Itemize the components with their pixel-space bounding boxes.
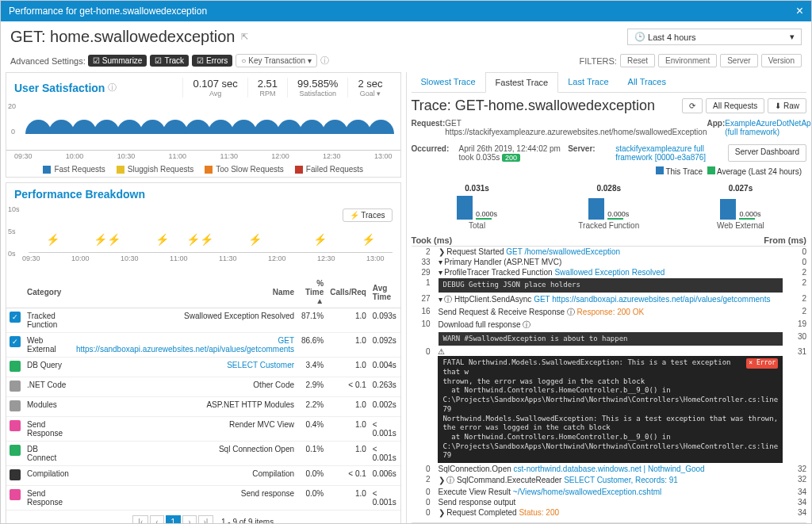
pager: |‹ ‹ 1 › ›| 1 - 9 of 9 items (6, 511, 400, 523)
mini-charts: 0.031s0.000sTotal0.028s0.000sTracked Fun… (412, 179, 807, 235)
all-requests-button[interactable]: All Requests (706, 98, 764, 113)
trace-tree: 2❯ Request Started GET /home/swallowedEx… (412, 247, 807, 518)
pager-next[interactable]: › (182, 515, 196, 523)
table-row[interactable]: DB QuerySELECT Customer3.4%1.00.004s (6, 358, 400, 377)
version-filter-button[interactable]: Version (761, 54, 802, 67)
server-filter-button[interactable]: Server (720, 54, 757, 67)
trace-title: Trace: GET-home.swallowedexception (412, 98, 655, 114)
page-title: GET: home.swallowedexception (10, 28, 235, 46)
tab-last[interactable]: Last Trace (558, 72, 618, 92)
error-tag[interactable]: × Error (746, 358, 778, 368)
user-satisfaction-panel: User Satisfaction ⓘ 0.107 secAvg 2.51RPM… (6, 72, 401, 178)
pager-page-1[interactable]: 1 (166, 515, 182, 523)
perf-chart: ⚡ Traces 10s 5s 0s ⚡ ⚡⚡ ⚡ ⚡⚡ ⚡ ⚡ ⚡ (6, 205, 400, 277)
bolt-icon: ⚡ (46, 233, 59, 246)
table-row[interactable]: DB ConnectSql Connection Open0.1%1.0< 0.… (6, 442, 400, 466)
refresh-button[interactable]: ⟳ (682, 98, 703, 113)
tab-fastest[interactable]: Fastest Trace (485, 72, 559, 93)
track-toggle[interactable]: ☑ Track (150, 55, 189, 67)
env-filter-button[interactable]: Environment (658, 54, 717, 67)
log-warn: WARN #SwallowedException is about to hap… (439, 332, 783, 346)
bolt-icon: ⚡ (107, 233, 121, 246)
external-link-icon[interactable]: ⇱ (241, 32, 248, 42)
table-row[interactable]: ✓Tracked FunctionSwallowed Exception Res… (6, 308, 400, 333)
perf-title: Performance Breakdown (14, 188, 145, 201)
table-row[interactable]: ✓Web ExternalGET https://sandboxapi.azur… (6, 333, 400, 358)
close-icon[interactable]: × (796, 4, 803, 18)
tab-slowest[interactable]: Slowest Trace (412, 72, 485, 92)
pager-first[interactable]: |‹ (132, 515, 148, 523)
tab-all[interactable]: All Traces (619, 72, 676, 92)
trace-tabs: Slowest Trace Fastest Trace Last Trace A… (412, 72, 807, 93)
traces-button[interactable]: ⚡ Traces (343, 208, 393, 222)
time-range-select[interactable]: 🕒 Last 4 hours ▾ (627, 29, 802, 45)
raw-button[interactable]: ⬇ Raw (768, 98, 806, 113)
table-row[interactable]: Send ResponseRender MVC View0.4%1.0< 0.0… (6, 417, 400, 442)
log-debug: DEBUG Getting JSON place holders (439, 278, 783, 293)
table-row[interactable]: Send ResponseSend response0.0%1.0< 0.001… (6, 486, 400, 511)
bolt-icon: ⚡ (155, 233, 169, 246)
errors-toggle[interactable]: ☑ Errors (192, 55, 232, 67)
table-row[interactable]: ModulesASP.NET HTTP Modules2.2%1.00.002s (6, 397, 400, 417)
perf-table: Category Name % Time ▲ Calls/Req Avg Tim… (6, 277, 400, 511)
table-row[interactable]: .NET CodeOther Code2.9%< 0.10.263s (6, 377, 400, 397)
help-icon[interactable]: ⓘ (108, 82, 117, 94)
summarize-toggle[interactable]: ☑ Summarize (88, 55, 147, 67)
pager-prev[interactable]: ‹ (150, 515, 163, 523)
bolt-icon: ⚡ (248, 233, 262, 246)
time-range-label: Last 4 hours (648, 33, 696, 42)
bolt-icon: ⚡ (362, 233, 375, 246)
user-satisfaction-title: User Satisfaction (14, 82, 105, 94)
filters-label: FILTERS: (579, 56, 616, 66)
performance-breakdown-panel: Performance Breakdown ⚡ Traces 10s 5s 0s… (6, 182, 401, 523)
modal-title: Performance for get-home.swallowedexcept… (9, 6, 207, 17)
table-row[interactable]: CompilationCompilation0.0%< 0.10.006s (6, 466, 400, 486)
log-fatal: × ErrorFATAL Northwind.Models.SwallowedE… (438, 356, 783, 463)
server-dashboard-button[interactable]: Server Dashboard (728, 144, 806, 162)
clock-icon: 🕒 (634, 32, 648, 42)
reset-filter-button[interactable]: Reset (620, 54, 655, 67)
status-badge: 200 (502, 154, 520, 162)
bolt-icon: ⚡ (200, 233, 213, 246)
bolt-icon: ⚡ (94, 233, 107, 246)
key-transaction-toggle[interactable]: ○ Key Transaction ▾ (236, 54, 317, 67)
help-icon[interactable]: ⓘ (320, 55, 329, 67)
advanced-settings-label: Advanced Settings: (10, 56, 86, 66)
chevron-down-icon: ▾ (790, 32, 795, 42)
bolt-icon: ⚡ (313, 233, 327, 246)
pager-last[interactable]: ›| (198, 515, 214, 523)
bolt-icon: ⚡ (186, 233, 200, 246)
satisfaction-chart: 20 0 (6, 102, 400, 150)
